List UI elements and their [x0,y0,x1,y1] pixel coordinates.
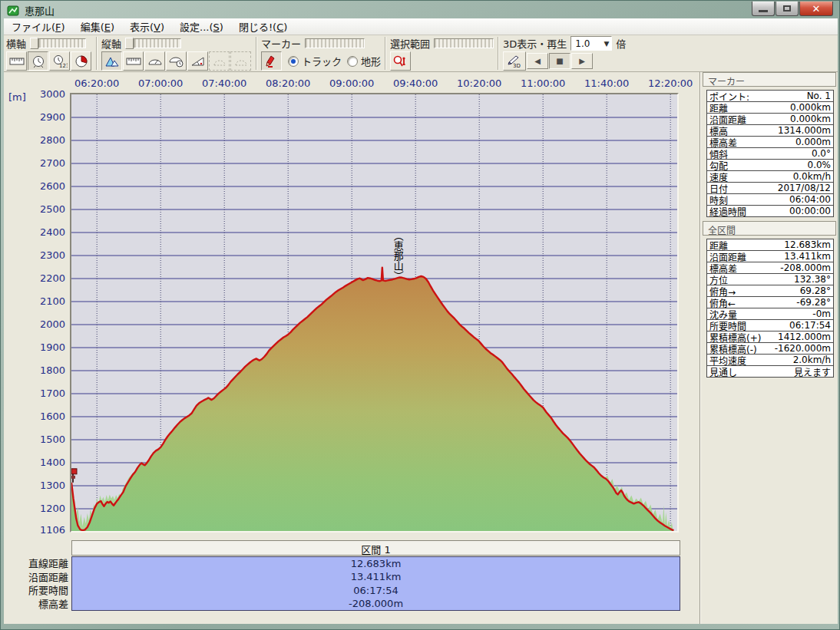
row-value: 69.28° [800,285,833,296]
total-info-table: 距離12.683km沿面距離13.411km標高差-208.000m方位132.… [706,239,834,378]
menu-item-0[interactable]: ファイル(F) [4,18,73,36]
elevation-profile-plot[interactable] [71,94,677,531]
plot-frame [70,93,679,533]
menu-item-4[interactable]: 閉じる!(C) [231,18,295,36]
stop-icon: ■ [556,57,563,65]
marker-slider[interactable] [305,38,365,48]
menu-bar: ファイル(F)編集(E)表示(V)設定...(S)閉じる!(C) [4,18,838,35]
map-pins-icon [393,55,408,68]
close-icon: ✕ [812,3,821,15]
clock-icon [31,54,45,68]
distance-mode-button[interactable] [123,51,144,71]
mountain-icon [104,55,120,68]
vertical-axis-label: 縦軸 [101,36,121,51]
profile-chart-area: [m] 06:20:0007:00:0007:40:0008:20:0009:0… [4,72,699,624]
ghost-gauge-icon [234,56,248,67]
y-tick-label: 1300 [18,480,65,491]
elevation-mode-button[interactable] [101,51,122,71]
title-bar[interactable]: 恵那山 ✕ [2,2,838,18]
x-tick-label: 08:20:00 [266,78,310,89]
y-tick-label: 2300 [18,249,65,261]
info-panel: マーカー ポイント:No. 1距離0.000km沿面距離0.000km標高131… [701,72,838,624]
track-radio-label: トラック [302,54,342,68]
horizontal-axis-group: 横軸 123 [4,35,94,71]
marker-info-table: ポイント:No. 1距離0.000km沿面距離0.000km標高1314.000… [706,90,834,217]
section-header: 区間 1 [71,540,680,556]
row-value: 0.0% [808,160,834,170]
y-tick-label: 2100 [18,295,65,307]
row-value: 06:17:54 [789,320,833,331]
row-value: 132.38° [794,274,833,285]
section-row-label: 標高差 [4,598,68,612]
playback-rate-value: 1.0 [575,38,590,49]
row-label: 経過時間 [707,205,746,218]
close-button[interactable]: ✕ [799,2,833,16]
play-back-icon: ◀ [534,57,541,65]
toolbar-separator [256,37,257,70]
view-3d-button[interactable]: 3D [503,51,526,71]
speed-gauge-button[interactable] [144,51,165,71]
table-row: 見通し見えます [707,366,833,378]
play-forward-button[interactable]: ▶ [571,53,593,69]
playback-rate-select[interactable]: 1.0▼ [570,36,612,51]
row-value: 0.0° [812,148,833,159]
x-tick-label: 11:00:00 [521,78,565,89]
menu-item-2[interactable]: 表示(V) [122,18,172,36]
play-back-button[interactable]: ◀ [527,53,548,69]
row-value: 0.000km [790,114,833,124]
section-value: -208.000m [72,597,680,610]
speed-time-gauge-button[interactable] [166,51,187,71]
section-value: 06:17:54 [72,584,680,597]
maximize-icon [783,5,791,12]
toolbar-separator [498,37,499,70]
radio-icon [347,56,358,67]
selection-pins-button[interactable] [390,51,411,71]
menu-item-3[interactable]: 設定...(S) [172,18,231,36]
clock-123-icon: 123 [52,54,68,68]
marker-pen-button[interactable] [261,51,282,71]
minimize-button[interactable] [752,2,775,16]
disabled-mode-button-1 [209,51,230,71]
distance-axis-button[interactable] [6,51,27,71]
marker-group: マーカー トラック 地形 [259,35,383,71]
menu-item-1[interactable]: 編集(E) [73,18,122,36]
playback-group: 3D表示・再生 1.0▼ 倍 3D ◀ ■ ▶ [501,35,628,71]
y-tick-label: 2700 [18,157,65,169]
stop-button[interactable]: ■ [549,53,570,69]
y-tick-label: 1400 [18,457,65,468]
row-value: 13.411km [784,251,833,262]
y-tick-label: 1106 [18,524,65,536]
row-value: 06:04:00 [789,194,833,205]
y-tick-label: 1200 [18,503,65,514]
marker-label: マーカー [261,36,301,51]
playback-label: 3D表示・再生 [503,36,567,51]
x-tick-label: 09:00:00 [329,78,374,89]
y-tick-label: 2800 [18,134,65,146]
track-radio[interactable]: トラック [288,54,342,68]
slope-mode-button[interactable] [187,51,208,71]
radio-icon [288,56,299,67]
toolbar-separator [385,37,386,70]
time-axis-button[interactable] [28,51,48,71]
vertical-axis-slider[interactable] [125,38,181,49]
selection-slider[interactable] [434,38,494,48]
terrain-radio[interactable]: 地形 [347,54,381,68]
summit-annotation: （恵那山） [392,231,404,281]
pace-pie-button[interactable] [71,51,91,71]
row-value: -69.28° [796,297,833,308]
y-tick-label: 2200 [18,272,65,284]
horizontal-axis-slider[interactable] [30,38,86,49]
svg-text:123: 123 [59,63,68,68]
vertical-axis-group: 縦軸 [99,35,254,71]
row-value: 2.0km/h [793,355,833,365]
marker-pen-icon [266,54,278,68]
row-value: No. 1 [807,91,833,101]
time-numbered-axis-button[interactable]: 123 [49,51,70,71]
x-tick-label: 07:40:00 [202,78,246,89]
y-tick-label: 2900 [18,111,65,123]
maximize-button[interactable] [776,2,799,16]
toolbar: 横軸 123 [4,35,838,72]
ruler-icon [9,57,25,66]
marker-panel-header: マーカー [703,72,836,87]
x-tick-label: 07:00:00 [138,78,183,89]
